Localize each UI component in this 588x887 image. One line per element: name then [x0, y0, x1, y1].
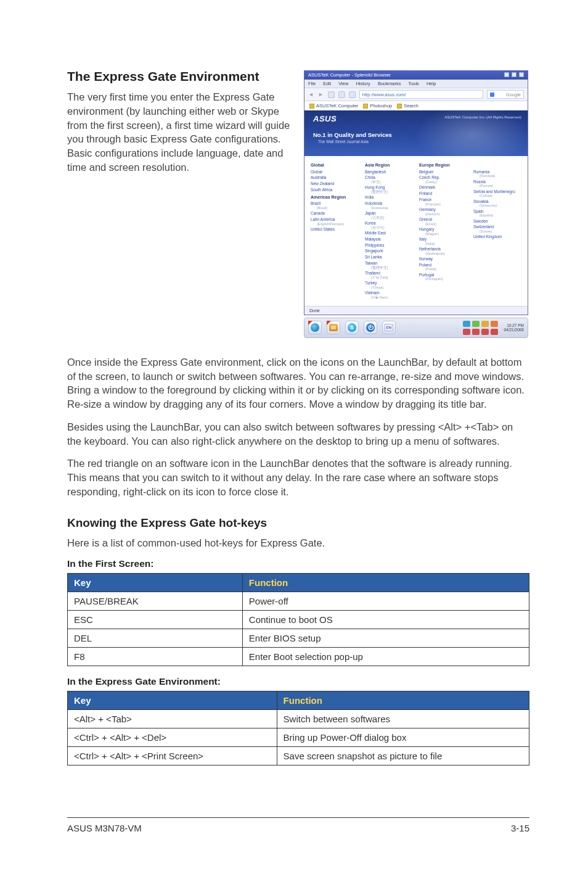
browser-menubar[interactable]: File Edit View History Bookmarks Tools H…	[304, 80, 528, 88]
tray-icon[interactable]	[472, 321, 480, 327]
region-sub: (Indonesia)	[371, 205, 413, 210]
clock-date: 04/21/2008	[504, 328, 524, 332]
window-controls[interactable]	[503, 72, 524, 78]
tab-asustek[interactable]: ASUSTeK Computer	[309, 103, 358, 109]
region-head-europe: Europe Region	[419, 162, 467, 169]
maximize-icon[interactable]	[512, 72, 517, 77]
footer-product: ASUS M3N78-VM	[67, 823, 142, 833]
cell-key: <Alt> + <Tab>	[68, 710, 277, 728]
tray-icon[interactable]	[463, 321, 470, 327]
launchbar-power-button[interactable]	[364, 321, 377, 334]
region-link[interactable]: Norway	[419, 256, 467, 262]
minimize-icon[interactable]	[504, 72, 509, 77]
cell-func: Enter Boot selection pop-up	[242, 648, 529, 666]
region-sub: (Polski)	[425, 266, 467, 271]
region-link[interactable]: Malaysia	[365, 236, 413, 242]
tab-favicon-icon	[309, 104, 314, 109]
tray-icon[interactable]	[472, 329, 480, 335]
region-head-global: Global	[311, 162, 359, 169]
launchbar-skype-button[interactable]	[345, 321, 359, 334]
cell-func: Switch between softwares	[277, 710, 529, 728]
region-link[interactable]: Middle East	[365, 230, 413, 236]
table-row: F8Enter Boot selection pop-up	[68, 648, 529, 666]
home-icon[interactable]	[349, 91, 356, 98]
table-row: <Alt> + <Tab>Switch between softwares	[68, 710, 529, 728]
menu-view[interactable]: View	[338, 81, 348, 86]
region-sub: (Suisse)	[480, 229, 521, 234]
section-heading-hotkeys: Knowing the Express Gate hot-keys	[67, 516, 529, 530]
region-link[interactable]: United States	[311, 226, 359, 233]
launchbar-language-button[interactable]	[382, 321, 396, 334]
region-link[interactable]: Finland	[419, 191, 467, 197]
region-sub: (România)	[480, 173, 521, 178]
system-tray[interactable]	[463, 321, 498, 335]
region-link[interactable]: Singapore	[365, 248, 413, 254]
tray-icon[interactable]	[491, 321, 498, 327]
menu-bookmarks[interactable]: Bookmarks	[378, 81, 401, 86]
region-sub: (Slovensky)	[480, 203, 521, 208]
tab-photoshop[interactable]: Photoshop	[363, 103, 392, 109]
region-sub: (English/Français)	[317, 221, 359, 226]
menu-edit[interactable]: Edit	[323, 81, 331, 86]
region-link[interactable]: Denmark	[419, 184, 467, 191]
region-link[interactable]: Australia	[311, 175, 359, 181]
stop-icon[interactable]	[338, 91, 345, 98]
power-icon	[366, 323, 375, 332]
region-head-asia: Asia Region	[365, 162, 413, 169]
region-sub: (Россия)	[480, 183, 521, 188]
region-link[interactable]: Philippines	[365, 242, 413, 249]
region-link[interactable]: New Zealand	[311, 181, 359, 187]
region-link[interactable]: United Kingdom	[473, 234, 521, 240]
region-link[interactable]: India	[365, 194, 413, 200]
region-sub: (Português)	[425, 276, 467, 281]
hero-subline: The Wall Street Journal Asia	[318, 139, 369, 144]
tray-icon[interactable]	[481, 321, 489, 327]
table-row: PAUSE/BREAKPower-off	[68, 592, 529, 611]
tray-icon[interactable]	[463, 329, 470, 335]
col-function: Function	[277, 691, 529, 710]
close-icon[interactable]	[519, 72, 524, 77]
cell-func: Power-off	[242, 592, 529, 611]
region-link[interactable]: South Africa	[311, 187, 359, 193]
menu-help[interactable]: Help	[427, 81, 436, 86]
nav-back-icon[interactable]: ◄	[308, 91, 314, 97]
tray-icon[interactable]	[481, 329, 489, 335]
skype-icon	[348, 323, 356, 332]
eg-intro-paragraph: The very first time you enter the Expres…	[67, 90, 293, 175]
region-link[interactable]: Canada	[311, 210, 359, 217]
url-field[interactable]: http://www.asus.com/	[359, 90, 483, 99]
tab-search[interactable]: Search	[397, 103, 419, 109]
region-sub: (Česky)	[425, 179, 467, 184]
region-link[interactable]: Sweden	[473, 218, 521, 225]
menu-tools[interactable]: Tools	[408, 81, 419, 86]
hotkeys-table-first-screen: Key Function PAUSE/BREAKPower-off ESCCon…	[67, 573, 529, 666]
region-sub: (Français)	[425, 202, 467, 207]
cell-key: <Ctrl> + <Alt> + <Del>	[68, 728, 277, 747]
region-head-americas: Americas Region	[311, 194, 359, 201]
reload-icon[interactable]	[328, 91, 335, 98]
region-sub: (Brasil)	[317, 205, 359, 210]
browser-toolbar: ◄ ► http://www.asus.com/ Google	[304, 88, 528, 101]
region-link[interactable]: Bangladesh	[365, 169, 413, 175]
region-link[interactable]: Global	[311, 169, 359, 175]
region-sub: (ภาษาไทย)	[371, 275, 413, 280]
col-function: Function	[242, 574, 529, 592]
region-link[interactable]: Belgium	[419, 169, 467, 175]
panel-icon	[329, 324, 338, 331]
nav-forward-icon[interactable]: ►	[318, 91, 324, 97]
footer-page-number: 3-15	[511, 823, 529, 833]
col-key: Key	[68, 691, 277, 710]
col-key: Key	[68, 574, 243, 592]
region-link[interactable]: Sri Lanka	[365, 254, 413, 260]
launchbar-web-button[interactable]	[308, 321, 322, 334]
menu-file[interactable]: File	[308, 81, 316, 86]
cell-func: Enter BIOS setup	[242, 629, 529, 648]
menu-history[interactable]: History	[356, 81, 370, 86]
search-field[interactable]: Google	[487, 90, 524, 99]
search-engine-icon	[490, 93, 494, 97]
tray-icon[interactable]	[491, 329, 498, 335]
launchbar-panel-button[interactable]	[327, 321, 340, 334]
cell-key: F8	[68, 648, 243, 666]
table-row: <Ctrl> + <Alt> + <Del>Bring up Power-Off…	[68, 728, 529, 747]
asus-logo: ASUS	[313, 114, 337, 123]
